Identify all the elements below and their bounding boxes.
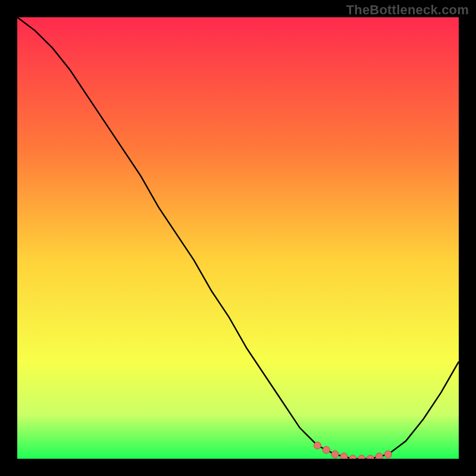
watermark-text: TheBottleneck.com [346,2,469,18]
marker-dot [340,453,347,459]
marker-dot [314,442,321,449]
chart-container: TheBottleneck.com [0,0,476,476]
marker-dot [384,451,392,458]
plot-area [17,17,459,459]
marker-dot [375,453,383,459]
chart-svg [17,17,459,459]
gradient-background [17,17,459,459]
marker-dot [322,446,330,453]
marker-dot [331,451,339,458]
